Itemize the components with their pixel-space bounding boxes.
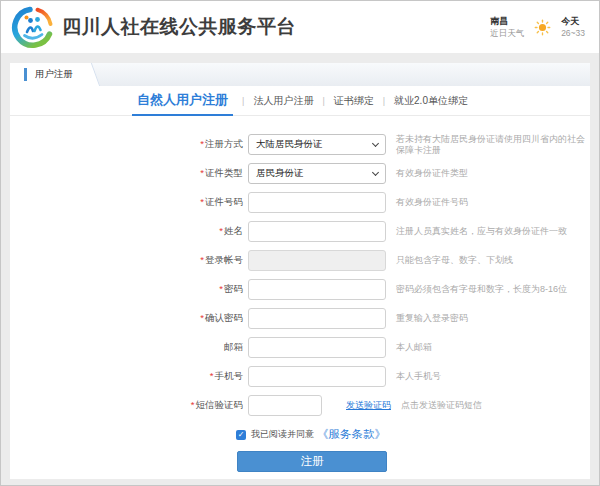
tab-legal-person-register[interactable]: 法人用户注册 — [253, 94, 313, 108]
id-number-input[interactable] — [248, 192, 386, 213]
field-hint: 重复输入登录密码 — [396, 313, 590, 324]
chevron-down-icon — [372, 169, 379, 176]
form-row-id-type: *证件类型 居民身份证 有效身份证件类型 — [10, 159, 590, 188]
select-value: 居民身份证 — [256, 167, 304, 180]
terms-of-service-link[interactable]: 《服务条款》 — [317, 427, 386, 442]
breadcrumb: 用户注册 — [24, 63, 73, 86]
field-hint: 有效身份证件类型 — [396, 168, 590, 179]
form-row-id-number: *证件号码 有效身份证件号码 — [10, 188, 590, 217]
field-hint: 点击发送验证码短信 — [401, 400, 590, 411]
id-type-select[interactable]: 居民身份证 — [248, 163, 386, 184]
field-hint: 若未持有大陆居民身份证请使用四川省内的社会保障卡注册 — [396, 134, 590, 156]
required-asterisk: * — [200, 138, 204, 149]
tab-separator: | — [383, 96, 385, 106]
register-button[interactable]: 注册 — [237, 451, 387, 472]
tab-separator: | — [242, 96, 244, 106]
required-asterisk: * — [219, 283, 223, 294]
field-hint: 只能包含字母、数字、下划线 — [396, 255, 590, 266]
field-label: 登录帐号 — [205, 254, 243, 265]
required-asterisk: * — [219, 225, 223, 236]
agreement-checkbox[interactable]: ✓ — [236, 430, 246, 440]
field-label: 证件号码 — [205, 196, 243, 207]
form-row-email: 邮箱 本人邮箱 — [10, 333, 590, 362]
mobile-input[interactable] — [248, 366, 386, 387]
form-row-confirm-password: *确认密码 重复输入登录密码 — [10, 304, 590, 333]
breadcrumb-accent-bar — [24, 68, 27, 81]
register-tabs: 自然人用户注册 | 法人用户注册 | 证书绑定 | 就业2.0单位绑定 — [10, 86, 590, 116]
field-hint: 密码必须包含有字母和数字，长度为8-16位 — [396, 284, 590, 295]
agreement-row: ✓ 我已阅读并同意 《服务条款》 — [236, 427, 590, 442]
weather-today-label: 今天 — [561, 15, 585, 27]
field-hint: 注册人员真实姓名，应与有效身份证件一致 — [396, 226, 590, 237]
required-asterisk: * — [200, 196, 204, 207]
field-label: 密码 — [224, 283, 243, 294]
tab-employment-unit-bind[interactable]: 就业2.0单位绑定 — [394, 94, 468, 108]
name-input[interactable] — [248, 221, 386, 242]
required-asterisk: * — [191, 399, 195, 410]
register-form: *注册方式 大陆居民身份证 若未持有大陆居民身份证请使用四川省内的社会保障卡注册… — [10, 116, 590, 472]
breadcrumb-strip: 用户注册 — [10, 63, 590, 86]
field-hint: 有效身份证件号码 — [396, 197, 590, 208]
register-method-select[interactable]: 大陆居民身份证 — [248, 134, 386, 155]
field-label: 证件类型 — [205, 167, 243, 178]
weather-widget: 南昌 近日天气 今天 26~33 — [490, 15, 589, 39]
confirm-password-input[interactable] — [248, 308, 386, 329]
sun-icon — [534, 19, 551, 36]
weather-recent-label: 近日天气 — [490, 27, 524, 39]
form-row-password: *密码 密码必须包含有字母和数字，长度为8-16位 — [10, 275, 590, 304]
header: 四川人社在线公共服务平台 南昌 近日天气 今天 26~33 — [1, 1, 599, 53]
content-card: 用户注册 自然人用户注册 | 法人用户注册 | 证书绑定 | 就业2.0单位绑定… — [10, 63, 590, 479]
required-asterisk: * — [200, 167, 204, 178]
field-label: 短信验证码 — [196, 399, 244, 410]
field-label: 邮箱 — [224, 341, 243, 352]
login-account-input[interactable] — [248, 250, 386, 271]
tab-natural-person-register[interactable]: 自然人用户注册 — [132, 87, 233, 116]
weather-city: 南昌 — [490, 15, 524, 27]
agreement-text: 我已阅读并同意 — [251, 428, 314, 441]
weather-temperature: 26~33 — [561, 27, 585, 39]
required-asterisk: * — [210, 370, 214, 381]
site-title: 四川人社在线公共服务平台 — [62, 14, 296, 40]
weather-today-block: 今天 26~33 — [561, 15, 585, 39]
form-row-sms-code: *短信验证码 发送验证码 点击发送验证码短信 — [10, 391, 590, 420]
form-row-name: *姓名 注册人员真实姓名，应与有效身份证件一致 — [10, 217, 590, 246]
field-hint: 本人手机号 — [396, 371, 590, 382]
email-input[interactable] — [248, 337, 386, 358]
page: 四川人社在线公共服务平台 南昌 近日天气 今天 26~33 — [0, 0, 600, 486]
form-row-mobile: *手机号 本人手机号 — [10, 362, 590, 391]
tab-certificate-bind[interactable]: 证书绑定 — [334, 94, 374, 108]
sichuan-hrss-logo-icon — [11, 5, 55, 49]
field-label: 手机号 — [215, 370, 244, 381]
field-label: 确认密码 — [205, 312, 243, 323]
password-input[interactable] — [248, 279, 386, 300]
form-row-register-method: *注册方式 大陆居民身份证 若未持有大陆居民身份证请使用四川省内的社会保障卡注册 — [10, 130, 590, 159]
field-label: 姓名 — [224, 225, 243, 236]
breadcrumb-label: 用户注册 — [35, 68, 73, 81]
form-row-account: *登录帐号 只能包含字母、数字、下划线 — [10, 246, 590, 275]
field-label: 注册方式 — [205, 138, 243, 149]
field-hint: 本人邮箱 — [396, 342, 590, 353]
select-value: 大陆居民身份证 — [256, 138, 323, 151]
required-asterisk: * — [200, 254, 204, 265]
weather-city-block: 南昌 近日天气 — [490, 15, 524, 39]
tab-separator: | — [322, 96, 324, 106]
send-code-link[interactable]: 发送验证码 — [346, 399, 391, 412]
chevron-down-icon — [372, 140, 379, 147]
required-asterisk: * — [200, 312, 204, 323]
sms-code-input[interactable] — [248, 395, 322, 416]
